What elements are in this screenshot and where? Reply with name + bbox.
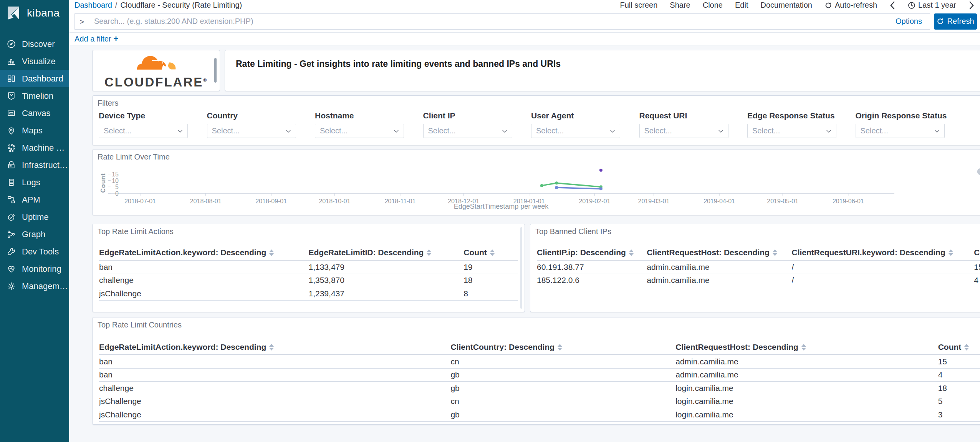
column-header[interactable]: EdgeRateLimitID: Descending: [309, 248, 464, 257]
sidebar-item-label: Maps: [22, 126, 43, 136]
dashboard-description: Rate Limiting - Get insights into rate l…: [236, 59, 561, 69]
edit-button[interactable]: Edit: [735, 1, 748, 10]
filter-select-hostname[interactable]: Select...: [315, 124, 404, 138]
panel-scrollbar[interactable]: [214, 58, 217, 83]
table-cell: 18: [938, 384, 980, 393]
empty-row: [99, 301, 518, 312]
select-placeholder: Select...: [536, 126, 609, 135]
sidebar-item-label: Machine Le...: [22, 143, 69, 153]
column-header[interactable]: EdgeRateLimitAction.keyword: Descending: [99, 248, 309, 257]
select-placeholder: Select...: [104, 126, 177, 135]
column-header[interactable]: ClientIP.ip: Descending: [537, 248, 647, 257]
filter-select-device-type[interactable]: Select...: [99, 124, 188, 138]
column-header[interactable]: Count: [938, 342, 980, 352]
sidebar-item-visualize[interactable]: Visualize: [0, 53, 69, 70]
sidebar-item-monitoring[interactable]: Monitoring: [0, 260, 69, 277]
chevron-down-icon: [825, 128, 832, 135]
auto-refresh-button[interactable]: Auto-refresh: [824, 1, 877, 10]
share-button[interactable]: Share: [670, 1, 690, 10]
chevron-down-icon: [501, 128, 508, 135]
table-cell: 15: [938, 357, 980, 366]
filter-field-request-uri: Request URI Select...: [639, 111, 728, 138]
sort-icon: [490, 249, 495, 256]
sidebar-item-canvas[interactable]: Canvas: [0, 105, 69, 122]
sort-icon: [269, 344, 274, 351]
sidebar-item-maps[interactable]: Maps: [0, 122, 69, 139]
sort-icon: [427, 249, 431, 256]
filter-select-origin-response-status[interactable]: Select...: [856, 124, 945, 138]
chevron-left-icon: [889, 1, 896, 10]
breadcrumb-dashboard-link[interactable]: Dashboard: [74, 1, 112, 10]
filter-select-country[interactable]: Select...: [207, 124, 296, 138]
rate-limit-line-chart: 0510152018-07-012018-08-012018-09-012018…: [103, 163, 940, 213]
select-placeholder: Select...: [861, 126, 934, 135]
clone-button[interactable]: Clone: [703, 1, 723, 10]
search-input[interactable]: >_ Search... (e.g. status:200 AND extens…: [74, 13, 930, 30]
sidebar-item-uptime[interactable]: Uptime: [0, 208, 69, 226]
sidebar-item-management[interactable]: Management: [0, 277, 69, 295]
refresh-label: Refresh: [947, 17, 974, 26]
column-header[interactable]: Count: [974, 248, 980, 257]
registered-mark: ®: [203, 78, 208, 83]
sidebar-item-timelion[interactable]: Timelion: [0, 87, 69, 105]
sidebar-item-infrastructure[interactable]: Infrastructure: [0, 156, 69, 174]
sidebar-item-dashboard[interactable]: Dashboard: [0, 70, 69, 87]
cloudflare-logo: CLOUDFLARE®: [93, 50, 220, 91]
svg-text:2019-02-01: 2019-02-01: [579, 198, 610, 204]
sidebar-item-machine-le[interactable]: Machine Le...: [0, 139, 69, 156]
filter-select-request-uri[interactable]: Select...: [639, 124, 728, 138]
sidebar-item-apm[interactable]: APM: [0, 191, 69, 208]
legend-toggle-icon[interactable]: [977, 168, 980, 176]
select-placeholder: Select...: [428, 126, 501, 135]
add-filter-button[interactable]: Add a filter +: [74, 34, 118, 44]
column-header[interactable]: ClientRequestHost: Descending: [675, 342, 938, 352]
svg-text:10: 10: [112, 178, 119, 184]
filter-select-client-ip[interactable]: Select...: [423, 124, 512, 138]
table-row: 185.122.0.6admin.camilia.me/4: [537, 274, 980, 287]
table-row: ban1,133,47919: [99, 261, 518, 274]
sidebar-item-graph[interactable]: Graph: [0, 226, 69, 243]
time-next-button[interactable]: [968, 1, 975, 10]
full-screen-button[interactable]: Full screen: [620, 1, 658, 10]
column-header[interactable]: EdgeRateLimitAction.keyword: Descending: [99, 342, 450, 352]
filter-select-edge-response-status[interactable]: Select...: [747, 124, 836, 138]
chevron-down-icon: [285, 128, 292, 135]
sidebar-item-label: Discover: [22, 39, 55, 49]
table-cell: ban: [99, 263, 309, 272]
add-filter-label: Add a filter: [74, 35, 111, 43]
column-header[interactable]: ClientRequestHost: Descending: [647, 248, 791, 257]
table-header-row: ClientIP.ip: DescendingClientRequestHost…: [537, 245, 980, 261]
table-cell: admin.camilia.me: [675, 370, 938, 379]
column-header[interactable]: ClientCountry: Descending: [450, 342, 675, 352]
sidebar-item-dev-tools[interactable]: Dev Tools: [0, 243, 69, 260]
sidebar-item-discover[interactable]: Discover: [0, 35, 69, 53]
panel-scrollbar[interactable]: [520, 227, 522, 309]
table-row: jsChallengecnlogin.camilia.me5: [99, 395, 980, 409]
uptime-icon: [7, 212, 16, 222]
refresh-button[interactable]: Refresh: [934, 13, 977, 30]
table-row: bangbadmin.camilia.me4: [99, 369, 980, 382]
sort-icon: [964, 344, 969, 351]
filter-label: Edge Response Status: [747, 111, 836, 120]
options-button[interactable]: Options: [888, 17, 930, 26]
filter-select-user-agent[interactable]: Select...: [531, 124, 620, 138]
kibana-logo[interactable]: kibana: [0, 0, 69, 25]
documentation-button[interactable]: Documentation: [760, 1, 812, 10]
top-menu: Full screenShareCloneEditDocumentation A…: [620, 1, 975, 10]
filter-bar: Add a filter +: [69, 33, 980, 45]
table-cell: /: [792, 276, 974, 285]
time-range-picker[interactable]: Last 1 year: [908, 1, 956, 10]
sidebar-item-logs[interactable]: Logs: [0, 174, 69, 191]
column-header[interactable]: Count: [464, 248, 518, 257]
cloudflare-logo-panel: CLOUDFLARE®: [92, 50, 220, 91]
svg-text:2018-10-01: 2018-10-01: [319, 198, 350, 204]
table-cell: challenge: [99, 384, 450, 393]
chevron-down-icon: [717, 128, 724, 135]
column-header[interactable]: ClientRequestURI.keyword: Descending: [792, 248, 974, 257]
svg-text:15: 15: [112, 171, 119, 178]
time-prev-button[interactable]: [889, 1, 896, 10]
svg-text:2018-07-01: 2018-07-01: [124, 198, 156, 204]
table-cell: admin.camilia.me: [647, 276, 791, 285]
filter-field-hostname: Hostname Select...: [315, 111, 404, 138]
sidebar: kibana DiscoverVisualizeDashboardTimelio…: [0, 0, 69, 442]
